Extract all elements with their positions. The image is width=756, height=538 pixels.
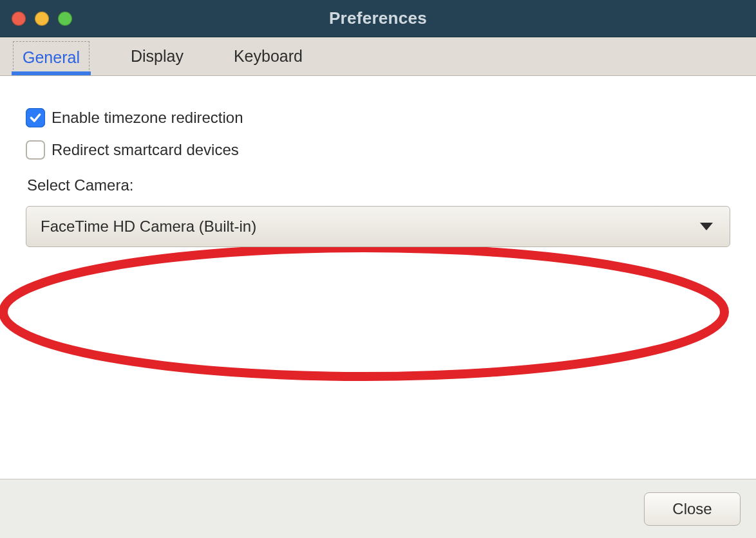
camera-dropdown[interactable]: FaceTime HD Camera (Built-in) — [26, 206, 730, 247]
timezone-row: Enable timezone redirection — [26, 108, 730, 127]
tab-keyboard-label: Keyboard — [234, 47, 303, 66]
tab-bar: General Display Keyboard — [0, 37, 756, 76]
annotation-highlight — [0, 241, 734, 384]
window-title: Preferences — [0, 8, 756, 28]
smartcard-label: Redirect smartcard devices — [52, 141, 239, 159]
timezone-checkbox[interactable] — [26, 108, 45, 127]
preferences-window: Preferences General Display Keyboard — [0, 0, 756, 538]
camera-selected-value: FaceTime HD Camera (Built-in) — [41, 218, 256, 236]
tab-display-label: Display — [131, 47, 184, 66]
titlebar: Preferences — [0, 0, 756, 37]
check-icon — [29, 111, 42, 124]
window-minimize-button[interactable] — [35, 12, 49, 26]
close-button-label: Close — [672, 500, 712, 517]
tab-display[interactable]: Display — [122, 37, 193, 75]
chevron-down-icon — [700, 223, 713, 230]
timezone-label: Enable timezone redirection — [52, 109, 243, 127]
tab-keyboard[interactable]: Keyboard — [225, 37, 312, 75]
window-controls — [12, 12, 72, 26]
smartcard-checkbox[interactable] — [26, 140, 45, 160]
camera-section-label: Select Camera: — [27, 176, 730, 194]
tab-general-label: General — [23, 48, 80, 67]
window-close-button[interactable] — [12, 12, 26, 26]
smartcard-row: Redirect smartcard devices — [26, 140, 730, 160]
window-zoom-button[interactable] — [58, 12, 72, 26]
footer: Close — [0, 479, 756, 538]
svg-point-0 — [3, 248, 724, 376]
close-button[interactable]: Close — [644, 492, 741, 526]
tab-general[interactable]: General — [13, 41, 90, 73]
content-area: Enable timezone redirection Redirect sma… — [0, 76, 756, 479]
